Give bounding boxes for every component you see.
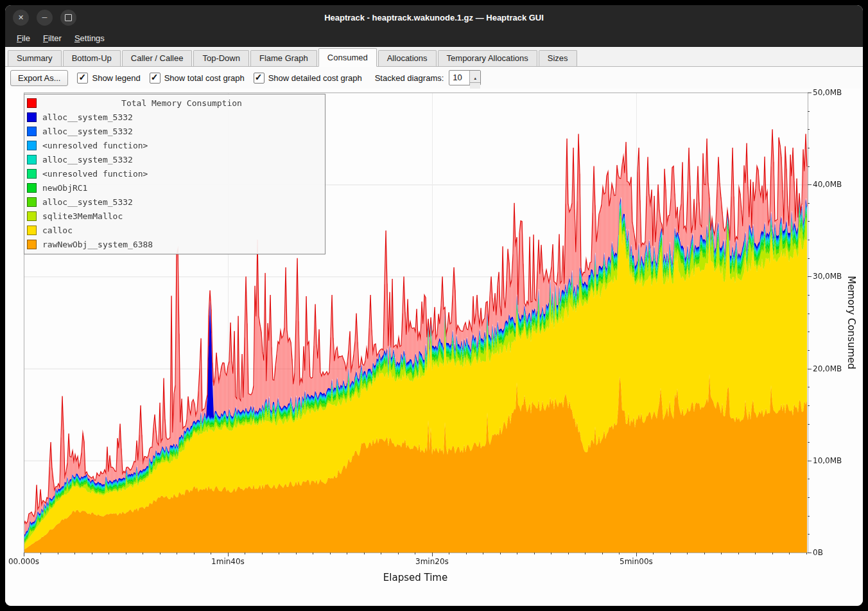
menu-settings[interactable]: Settings: [68, 31, 111, 45]
stacked-diagrams-spinner[interactable]: 10: [449, 70, 481, 85]
legend-swatch-icon: [27, 127, 37, 136]
x-tick-label: 00.000s: [8, 557, 39, 566]
legend-swatch-icon: [27, 98, 37, 108]
y-tick-label: 40,0MB: [813, 180, 842, 189]
legend-label: sqlite3MemMalloc: [42, 211, 123, 221]
legend-item: newObjRC1: [27, 181, 321, 195]
tab-bar: SummaryBottom-UpCaller / CalleeTop-DownF…: [5, 47, 863, 67]
export-as-button[interactable]: Export As...: [10, 70, 68, 86]
tab-allocations[interactable]: Allocations: [378, 50, 437, 66]
menu-file[interactable]: File: [10, 31, 37, 45]
show-total-cost-label: Show total cost graph: [164, 73, 245, 83]
legend-label: alloc__system_5332: [42, 155, 133, 164]
x-axis-title: Elapsed Time: [383, 572, 447, 583]
checkbox-checked-icon[interactable]: [254, 73, 265, 84]
tab-bottom-up[interactable]: Bottom-Up: [63, 50, 121, 66]
legend-item: alloc__system_5332: [27, 195, 321, 209]
tab-top-down[interactable]: Top-Down: [193, 50, 249, 66]
legend-item-total: Total Memory Consumption: [27, 96, 321, 110]
tab-sizes[interactable]: Sizes: [539, 50, 577, 66]
chart-legend: Total Memory Consumptionalloc__system_53…: [24, 94, 326, 254]
y-tick-label: 50,0MB: [813, 88, 842, 97]
menu-filter[interactable]: Filter: [37, 31, 68, 45]
legend-item: alloc__system_5332: [27, 110, 321, 124]
legend-swatch-icon: [27, 226, 37, 235]
y-tick-label: 30,0MB: [813, 272, 842, 281]
legend-label: alloc__system_5332: [42, 197, 133, 207]
y-tick-label: 10,0MB: [813, 456, 842, 465]
checkbox-checked-icon[interactable]: [77, 73, 88, 84]
legend-label: alloc__system_5332: [42, 112, 133, 122]
legend-swatch-icon: [27, 169, 37, 179]
show-total-cost-checkbox[interactable]: Show total cost graph: [150, 73, 245, 84]
legend-label: Total Memory Consumption: [42, 98, 321, 108]
show-detailed-cost-label: Show detailed cost graph: [268, 73, 362, 83]
legend-label: calloc: [42, 226, 73, 235]
x-tick-label: 1min40s: [211, 557, 245, 566]
legend-label: <unresolved function>: [42, 169, 148, 179]
close-button[interactable]: [13, 10, 29, 26]
spinner-buttons: [469, 71, 480, 85]
spinner-value: 10: [449, 71, 469, 85]
minimize-button[interactable]: [37, 10, 53, 26]
tab-summary[interactable]: Summary: [8, 50, 62, 66]
legend-item: alloc__system_5332: [27, 124, 321, 138]
legend-swatch-icon: [27, 211, 37, 221]
legend-swatch-icon: [27, 155, 37, 164]
stacked-diagrams-label: Stacked diagrams:: [375, 73, 444, 83]
legend-swatch-icon: [27, 197, 37, 207]
checkbox-checked-icon[interactable]: [150, 73, 161, 84]
legend-swatch-icon: [27, 183, 37, 193]
maximize-button[interactable]: [60, 10, 76, 26]
x-tick-label: 3min20s: [415, 557, 449, 566]
legend-item: rawNewObj__system_6388: [27, 237, 321, 251]
y-tick-label: 0B: [813, 548, 823, 557]
tab-consumed[interactable]: Consumed: [318, 48, 377, 67]
close-icon: [18, 13, 24, 22]
minimize-icon: [42, 13, 48, 22]
legend-swatch-icon: [27, 112, 37, 122]
legend-swatch-icon: [27, 240, 37, 249]
app-window: Heaptrack - heaptrack.wakunode.1.gz — He…: [5, 5, 863, 606]
legend-label: <unresolved function>: [42, 141, 148, 150]
legend-item: <unresolved function>: [27, 138, 321, 152]
y-tick-label: 20,0MB: [813, 364, 842, 373]
legend-item: <unresolved function>: [27, 166, 321, 181]
maximize-icon: [65, 14, 72, 21]
legend-label: rawNewObj__system_6388: [42, 240, 153, 249]
legend-item: alloc__system_5332: [27, 152, 321, 166]
tab-temporary-allocations[interactable]: Temporary Allocations: [438, 50, 537, 66]
chart-area: Total Memory Consumptionalloc__system_53…: [5, 89, 863, 606]
toolbar: Export As... Show legend Show total cost…: [5, 67, 863, 89]
menu-bar: FileFilterSettings: [5, 30, 863, 47]
window-title: Heaptrack - heaptrack.wakunode.1.gz — He…: [5, 13, 863, 22]
spinner-up-button[interactable]: [470, 71, 480, 82]
legend-label: alloc__system_5332: [42, 127, 133, 136]
y-axis-title: Memory Consumed: [846, 276, 857, 369]
legend-swatch-icon: [27, 141, 37, 150]
arrow-up-icon: [473, 71, 477, 82]
show-detailed-cost-checkbox[interactable]: Show detailed cost graph: [254, 73, 362, 84]
x-tick-label: 5min00s: [620, 557, 653, 566]
tab-caller-callee[interactable]: Caller / Callee: [122, 50, 193, 66]
show-legend-label: Show legend: [92, 73, 140, 83]
legend-label: newObjRC1: [42, 183, 87, 193]
show-legend-checkbox[interactable]: Show legend: [77, 73, 140, 84]
legend-item: sqlite3MemMalloc: [27, 209, 321, 223]
legend-item: calloc: [27, 223, 321, 237]
title-bar[interactable]: Heaptrack - heaptrack.wakunode.1.gz — He…: [5, 5, 863, 30]
tab-flame-graph[interactable]: Flame Graph: [250, 50, 317, 66]
